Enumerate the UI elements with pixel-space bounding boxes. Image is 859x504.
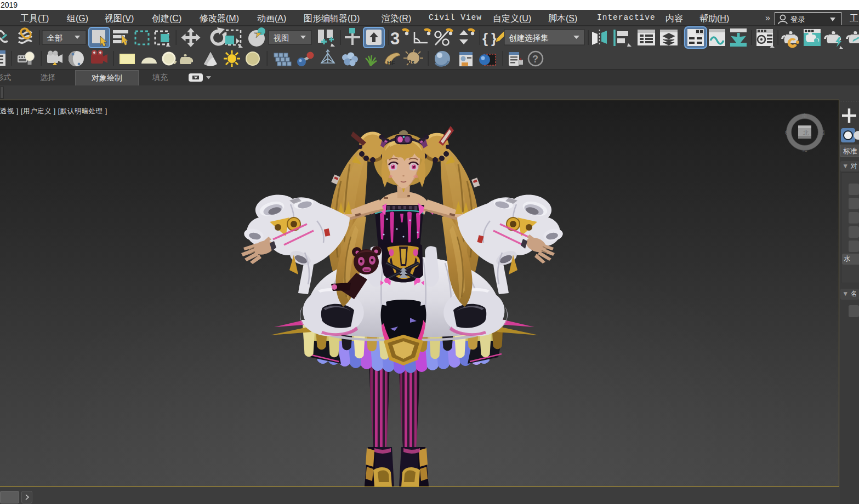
svg-text:3: 3 — [390, 29, 400, 48]
svg-text:创建选择集: 创建选择集 — [509, 33, 549, 42]
svg-text:西: 西 — [820, 130, 824, 135]
svg-text:?: ? — [532, 54, 538, 65]
svg-text:北: 北 — [803, 130, 809, 136]
svg-text:0x: 0x — [408, 59, 415, 65]
svg-text:{: { — [482, 30, 488, 47]
svg-text:南: 南 — [802, 113, 807, 118]
svg-text:北: 北 — [802, 147, 807, 152]
svg-text:HF: HF — [387, 60, 395, 66]
svg-text:视图: 视图 — [274, 33, 289, 42]
svg-text:}: } — [491, 30, 497, 47]
svg-text:全部: 全部 — [47, 33, 62, 42]
svg-text:东: 东 — [785, 130, 789, 135]
